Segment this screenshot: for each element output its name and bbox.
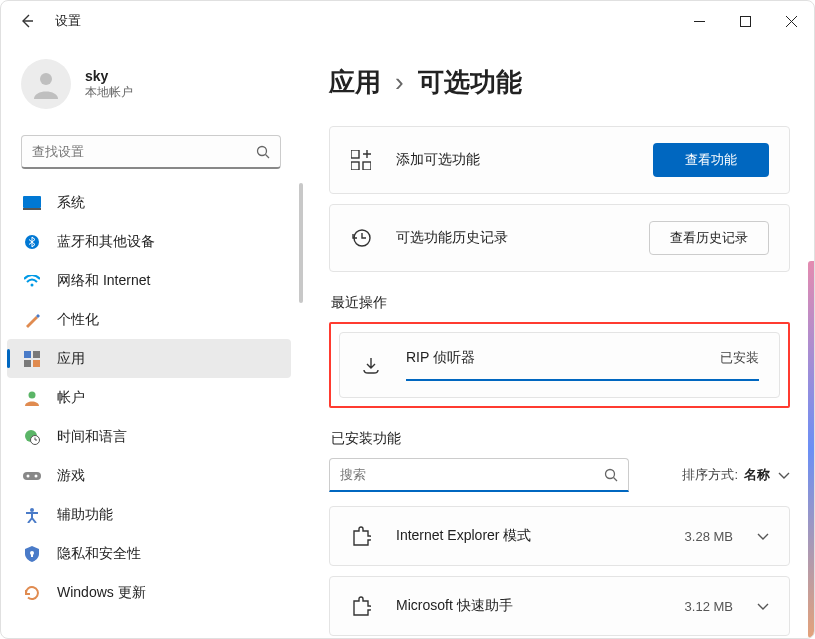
svg-point-2	[258, 146, 267, 155]
sidebar-item-label: 时间和语言	[57, 428, 127, 446]
wifi-icon	[23, 272, 41, 290]
svg-rect-10	[33, 360, 40, 367]
avatar	[21, 59, 71, 109]
user-subtitle: 本地帐户	[85, 84, 133, 101]
svg-rect-20	[351, 150, 359, 158]
add-grid-icon	[350, 149, 372, 171]
content-area: 应用 › 可选功能 添加可选功能 查看功能 可选功能历史记录 查看历史记录 最近…	[301, 41, 814, 638]
svg-rect-21	[351, 162, 359, 170]
sort-value: 名称	[744, 466, 770, 484]
svg-point-11	[29, 391, 36, 398]
sidebar-item-time[interactable]: 时间和语言	[1, 417, 301, 456]
svg-point-17	[30, 508, 34, 512]
puzzle-icon	[350, 525, 372, 547]
recent-section-title: 最近操作	[331, 294, 790, 312]
svg-rect-7	[24, 351, 31, 358]
sidebar-item-apps[interactable]: 应用	[7, 339, 291, 378]
history-icon	[350, 227, 372, 249]
view-history-button[interactable]: 查看历史记录	[649, 221, 769, 255]
feature-name: Internet Explorer 模式	[396, 527, 685, 545]
search-icon	[604, 468, 618, 482]
svg-rect-19	[31, 554, 33, 557]
minimize-button[interactable]	[676, 5, 722, 37]
search-icon	[256, 145, 270, 159]
filter-row: 排序方式: 名称	[329, 458, 790, 492]
sidebar-item-personalization[interactable]: 个性化	[1, 300, 301, 339]
sidebar-item-accessibility[interactable]: 辅助功能	[1, 495, 301, 534]
history-label: 可选功能历史记录	[396, 229, 649, 247]
svg-rect-9	[24, 360, 31, 367]
sidebar-item-update[interactable]: Windows 更新	[1, 573, 301, 612]
svg-point-16	[35, 474, 38, 477]
chevron-down-icon	[757, 527, 769, 545]
maximize-button[interactable]	[722, 5, 768, 37]
update-icon	[23, 584, 41, 602]
maximize-icon	[740, 16, 751, 27]
installed-search[interactable]	[329, 458, 629, 492]
sidebar-item-network[interactable]: 网络和 Internet	[1, 261, 301, 300]
history-card: 可选功能历史记录 查看历史记录	[329, 204, 790, 272]
close-button[interactable]	[768, 5, 814, 37]
shield-icon	[23, 545, 41, 563]
globe-clock-icon	[23, 428, 41, 446]
svg-rect-0	[740, 16, 750, 26]
view-features-button[interactable]: 查看功能	[653, 143, 769, 177]
svg-point-24	[606, 469, 615, 478]
highlight-annotation: RIP 侦听器 已安装	[329, 322, 790, 408]
arrow-left-icon	[19, 13, 35, 29]
recent-item-name: RIP 侦听器	[406, 349, 700, 381]
installed-section-title: 已安装功能	[331, 430, 790, 448]
sidebar-item-bluetooth[interactable]: 蓝牙和其他设备	[1, 222, 301, 261]
brush-icon	[23, 311, 41, 329]
breadcrumb: 应用 › 可选功能	[329, 65, 790, 100]
breadcrumb-current: 可选功能	[418, 65, 522, 100]
account-icon	[23, 389, 41, 407]
svg-point-15	[27, 474, 30, 477]
sidebar-item-label: 蓝牙和其他设备	[57, 233, 155, 251]
installed-search-input[interactable]	[340, 467, 604, 482]
feature-size: 3.28 MB	[685, 529, 733, 544]
window-title: 设置	[55, 12, 81, 30]
sort-label: 排序方式:	[682, 466, 738, 484]
download-icon	[360, 354, 382, 376]
sidebar-item-label: Windows 更新	[57, 584, 146, 602]
sidebar-item-accounts[interactable]: 帐户	[1, 378, 301, 417]
feature-item[interactable]: Internet Explorer 模式 3.28 MB	[329, 506, 790, 566]
chevron-down-icon	[778, 468, 790, 483]
recent-action-item[interactable]: RIP 侦听器 已安装	[339, 332, 780, 398]
feature-name: Microsoft 快速助手	[396, 597, 685, 615]
svg-point-1	[40, 73, 52, 85]
sidebar-search-input[interactable]	[32, 144, 256, 159]
sidebar-item-system[interactable]: 系统	[1, 183, 301, 222]
nav-list: 系统 蓝牙和其他设备 网络和 Internet 个性化 应用 帐户	[1, 183, 301, 612]
sidebar-item-label: 帐户	[57, 389, 85, 407]
feature-size: 3.12 MB	[685, 599, 733, 614]
sidebar-item-gaming[interactable]: 游戏	[1, 456, 301, 495]
svg-rect-14	[23, 472, 41, 480]
back-button[interactable]	[15, 9, 39, 33]
add-feature-card: 添加可选功能 查看功能	[329, 126, 790, 194]
close-icon	[786, 16, 797, 27]
svg-rect-22	[363, 162, 371, 170]
svg-rect-4	[23, 208, 41, 210]
breadcrumb-parent[interactable]: 应用	[329, 65, 381, 100]
puzzle-icon	[350, 595, 372, 617]
svg-point-6	[31, 283, 34, 286]
sidebar-item-label: 应用	[57, 350, 85, 368]
recent-item-status: 已安装	[700, 349, 759, 381]
user-profile[interactable]: sky 本地帐户	[1, 53, 301, 129]
sidebar-item-label: 隐私和安全性	[57, 545, 141, 563]
feature-item[interactable]: Microsoft 快速助手 3.12 MB	[329, 576, 790, 636]
bluetooth-icon	[23, 233, 41, 251]
accessibility-icon	[23, 506, 41, 524]
sort-dropdown[interactable]: 排序方式: 名称	[682, 466, 790, 484]
sidebar-search[interactable]	[21, 135, 281, 169]
person-icon	[29, 67, 63, 101]
apps-icon	[23, 350, 41, 368]
sidebar-item-label: 辅助功能	[57, 506, 113, 524]
svg-rect-8	[33, 351, 40, 358]
user-name: sky	[85, 68, 133, 84]
sidebar-item-privacy[interactable]: 隐私和安全性	[1, 534, 301, 573]
svg-rect-3	[23, 196, 41, 208]
gamepad-icon	[23, 467, 41, 485]
